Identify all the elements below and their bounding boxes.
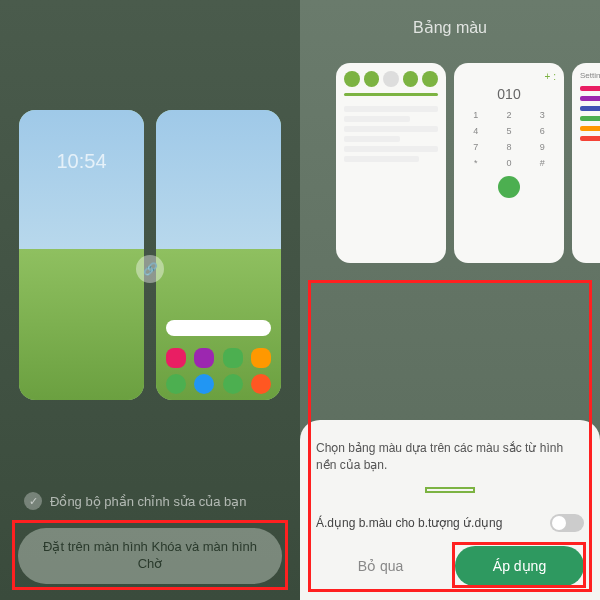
set-wallpaper-button[interactable]: Đặt trên màn hình Khóa và màn hình Chờ — [18, 528, 282, 584]
app-row — [156, 348, 281, 368]
theme-preview-dialer[interactable]: + : 010 123456789*0# — [454, 63, 564, 263]
sync-label: Đồng bộ phần chỉnh sửa của bạn — [50, 494, 247, 509]
apply-button[interactable]: Áp dụng — [455, 546, 584, 586]
homescreen-preview[interactable] — [156, 110, 281, 400]
panel-title: Bảng màu — [300, 0, 600, 37]
lockscreen-preview[interactable]: 10:54 — [19, 110, 144, 400]
theme-preview-quicksettings[interactable] — [336, 63, 446, 263]
search-bar-preview — [166, 320, 271, 336]
theme-preview-settings[interactable]: Settings — [572, 63, 600, 263]
wallpaper-previews: 10:54 — [0, 0, 300, 400]
call-icon — [498, 176, 520, 198]
palette-panel: Bảng màu + : 010 123456789*0# Settings — [300, 0, 600, 600]
lock-clock: 10:54 — [19, 150, 144, 173]
apply-icons-row[interactable]: Á.dụng b.màu cho b.tượng ứ.dụng — [316, 508, 584, 546]
apply-icons-toggle[interactable] — [550, 514, 584, 532]
sheet-description: Chọn bảng màu dựa trên các màu sắc từ hì… — [316, 440, 584, 474]
skip-button[interactable]: Bỏ qua — [316, 546, 445, 586]
theme-previews: + : 010 123456789*0# Settings — [300, 37, 600, 263]
apply-icons-label: Á.dụng b.màu cho b.tượng ứ.dụng — [316, 516, 502, 530]
wallpaper-panel: 10:54 🔗 ✓ Đồng bộ phần chỉnh sửa của bạn… — [0, 0, 300, 600]
check-icon: ✓ — [24, 492, 42, 510]
sync-row[interactable]: ✓ Đồng bộ phần chỉnh sửa của bạn — [0, 492, 300, 510]
palette-sheet: Chọn bảng màu dựa trên các màu sắc từ hì… — [300, 420, 600, 600]
dial-grid: 123456789*0# — [462, 110, 556, 168]
dock-row — [156, 374, 281, 394]
link-icon[interactable]: 🔗 — [136, 255, 164, 283]
dialer-display: 010 — [462, 86, 556, 102]
